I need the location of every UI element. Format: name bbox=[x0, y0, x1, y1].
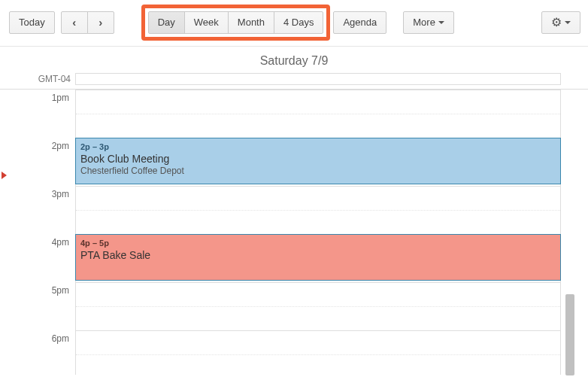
hour-label: 3pm bbox=[0, 189, 69, 199]
event-location: Chesterfield Coffee Depot bbox=[80, 165, 556, 177]
more-menu-button[interactable]: More bbox=[403, 11, 454, 34]
hour-label: 6pm bbox=[0, 333, 69, 344]
hour-label: 1pm bbox=[0, 93, 69, 103]
tab-week[interactable]: Week bbox=[184, 11, 229, 34]
event-title: Book Club Meeting bbox=[80, 153, 556, 165]
more-label: More bbox=[413, 17, 435, 28]
tab-month[interactable]: Month bbox=[228, 11, 274, 34]
current-time-indicator bbox=[2, 172, 7, 179]
allday-row: GMT-04 bbox=[0, 71, 588, 87]
calendar-event[interactable]: 4p – 5p PTA Bake Sale bbox=[75, 234, 561, 281]
chevron-left-icon: ‹ bbox=[72, 16, 76, 29]
caret-down-icon bbox=[565, 21, 571, 24]
view-switcher: Day Week Month 4 Days bbox=[148, 11, 324, 34]
chevron-right-icon: › bbox=[99, 16, 102, 29]
calendar-event[interactable]: 2p – 3p Book Club Meeting Chesterfield C… bbox=[75, 138, 561, 184]
tab-agenda[interactable]: Agenda bbox=[333, 11, 386, 34]
time-gutter: 1pm 2pm 3pm 4pm 5pm 6pm bbox=[0, 90, 75, 375]
hour-label: 2pm bbox=[0, 141, 69, 151]
day-grid: 1pm 2pm 3pm 4pm 5pm 6pm 2p – 3p B bbox=[0, 89, 588, 375]
date-nav-group: ‹ › bbox=[61, 11, 114, 34]
date-header: Saturday 7/9 bbox=[0, 47, 588, 71]
scrollbar-thumb[interactable] bbox=[565, 294, 574, 375]
timezone-label: GMT-04 bbox=[0, 74, 75, 84]
next-button[interactable]: › bbox=[87, 11, 114, 34]
caret-down-icon bbox=[438, 21, 444, 24]
view-switcher-highlight: Day Week Month 4 Days bbox=[141, 5, 331, 41]
tab-4days[interactable]: 4 Days bbox=[274, 11, 323, 34]
event-time: 4p – 5p bbox=[80, 237, 556, 249]
prev-button[interactable]: ‹ bbox=[61, 11, 88, 34]
toolbar: Today ‹ › Day Week Month 4 Days Agenda M… bbox=[0, 0, 588, 47]
event-title: PTA Bake Sale bbox=[80, 249, 556, 261]
hour-label: 5pm bbox=[0, 285, 69, 296]
settings-menu-button[interactable]: ⚙ bbox=[541, 11, 580, 34]
gear-icon: ⚙ bbox=[551, 17, 562, 29]
today-button[interactable]: Today bbox=[9, 11, 55, 34]
hour-label: 4pm bbox=[0, 237, 69, 248]
event-time: 2p – 3p bbox=[80, 141, 556, 153]
allday-cell[interactable] bbox=[75, 73, 561, 85]
tab-day[interactable]: Day bbox=[148, 11, 185, 34]
day-column[interactable] bbox=[75, 90, 561, 375]
